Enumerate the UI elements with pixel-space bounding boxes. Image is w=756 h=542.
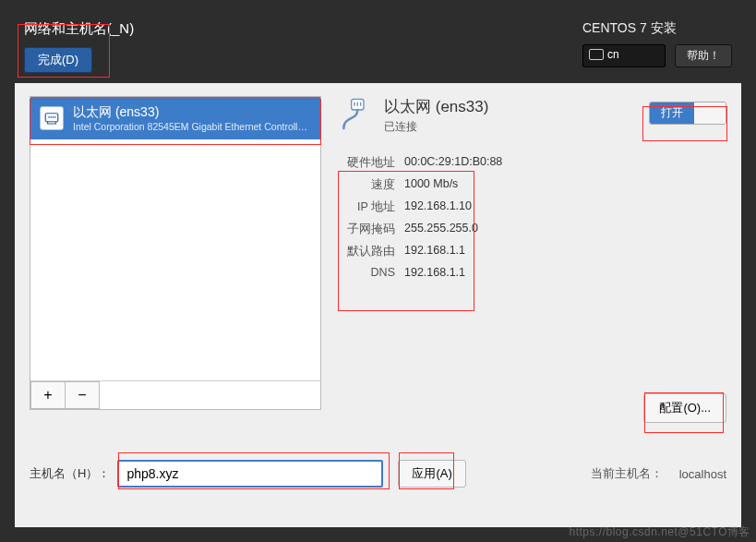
hostname-input[interactable] xyxy=(117,460,383,488)
toggle-handle xyxy=(694,102,726,124)
device-details: 以太网 (ens33) 已连接 打开 硬件地址00:0C:29:1D:B0:88… xyxy=(336,96,726,410)
device-item-subtitle: Intel Corporation 82545EM Gigabit Ethern… xyxy=(73,121,311,132)
device-list-item[interactable]: 以太网 (ens33) Intel Corporation 82545EM Gi… xyxy=(30,97,320,139)
keyboard-indicator[interactable]: cn xyxy=(582,44,666,67)
info-row: 速度1000 Mb/s xyxy=(340,177,726,193)
toggle-on-label: 打开 xyxy=(650,102,694,124)
detail-status: 已连接 xyxy=(384,119,488,135)
detail-title: 以太网 (ens33) xyxy=(384,96,488,117)
help-button[interactable]: 帮助！ xyxy=(675,44,732,67)
remove-device-button[interactable]: − xyxy=(65,381,100,409)
svg-rect-0 xyxy=(45,114,58,122)
info-row: DNS192.168.1.1 xyxy=(340,266,726,279)
add-device-button[interactable]: + xyxy=(30,381,66,409)
hostname-label: 主机名（H）： xyxy=(30,465,110,482)
apply-button[interactable]: 应用(A) xyxy=(398,460,465,488)
hostname-row: 主机名（H）： 应用(A) 当前主机名： localhost xyxy=(30,460,726,488)
info-row: 子网掩码255.255.255.0 xyxy=(340,222,726,237)
connection-toggle[interactable]: 打开 xyxy=(649,102,726,125)
ethernet-big-icon xyxy=(336,96,373,133)
ethernet-icon xyxy=(40,106,64,130)
current-hostname-label: 当前主机名： xyxy=(591,465,663,482)
current-hostname-value: localhost xyxy=(679,467,726,481)
device-list: 以太网 (ens33) Intel Corporation 82545EM Gi… xyxy=(30,96,321,410)
device-item-title: 以太网 (ens33) xyxy=(73,104,311,121)
info-grid: 硬件地址00:0C:29:1D:B0:88 速度1000 Mb/s IP 地址1… xyxy=(340,155,726,279)
info-row: 硬件地址00:0C:29:1D:B0:88 xyxy=(340,155,726,171)
os-name: CENTOS 7 安装 xyxy=(582,20,732,37)
content-area: 以太网 (ens33) Intel Corporation 82545EM Gi… xyxy=(15,83,741,527)
info-row: IP 地址192.168.1.10 xyxy=(340,199,726,215)
configure-button[interactable]: 配置(O)... xyxy=(643,393,726,423)
info-row: 默认路由192.168.1.1 xyxy=(340,244,726,259)
page-title: 网络和主机名(_N) xyxy=(24,20,134,38)
header-bar: 网络和主机名(_N) 完成(D) CENTOS 7 安装 cn 帮助！ xyxy=(15,9,741,83)
done-button[interactable]: 完成(D) xyxy=(24,47,92,73)
